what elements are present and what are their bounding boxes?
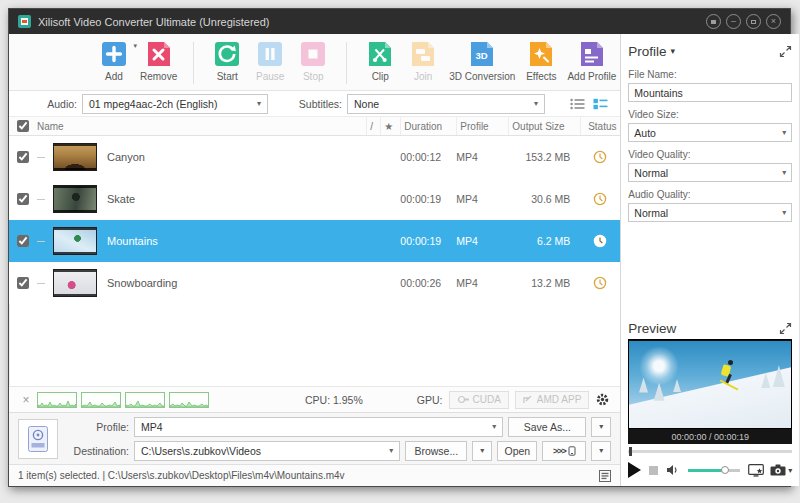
send-to-device-button[interactable]: >>> <box>542 441 586 461</box>
expand-preview-button[interactable] <box>779 322 792 335</box>
titlebar: Xilisoft Video Converter Ultimate (Unreg… <box>9 9 790 34</box>
column-header-star[interactable]: ★ <box>380 117 400 135</box>
start-button[interactable]: Start <box>210 40 244 82</box>
table-row[interactable]: Skate 00:00:19 MP4 30.6 MB <box>9 178 620 220</box>
maximize-button[interactable] <box>746 14 761 29</box>
effects-button[interactable]: Effects <box>524 40 558 82</box>
open-button[interactable]: Open <box>497 441 537 461</box>
video-file-icon <box>18 419 58 459</box>
output-size-cell: 6.2 MB <box>508 235 580 247</box>
clip-scissors-icon <box>366 40 394 68</box>
column-header-duration[interactable]: Duration <box>400 117 456 135</box>
video-quality-select[interactable]: Normal▾ <box>628 163 792 182</box>
add-profile-icon <box>578 40 606 68</box>
row-checkbox[interactable] <box>17 277 29 289</box>
expand-profile-panel-button[interactable] <box>779 45 792 58</box>
expander-icon[interactable] <box>37 157 45 158</box>
close-button[interactable]: × <box>766 14 781 29</box>
subtitles-select[interactable]: None▾ <box>347 94 545 114</box>
output-size-cell: 30.6 MB <box>508 193 580 205</box>
cpu-core-graph <box>125 392 165 408</box>
destination-select[interactable]: C:\Users\s.zubkov\Videos▾ <box>134 441 400 461</box>
save-as-button[interactable]: Save As... <box>508 417 586 437</box>
column-header-status[interactable]: Status <box>580 117 620 135</box>
browse-button[interactable]: Browse... <box>405 441 467 461</box>
gpu-label: GPU: <box>417 394 443 406</box>
column-header-name[interactable]: Name <box>37 121 366 132</box>
table-row-selected[interactable]: Mountains 00:00:19 MP4 6.2 MB <box>9 220 620 262</box>
start-icon <box>213 40 241 68</box>
chevron-down-icon: ▾ <box>383 446 393 455</box>
add-button[interactable]: ▾ Add <box>97 40 131 82</box>
pause-button[interactable]: Pause <box>253 40 287 82</box>
toolbar-separator <box>346 42 347 84</box>
log-list-button[interactable] <box>599 470 611 482</box>
join-button[interactable]: Join <box>406 40 440 82</box>
stop-playback-button[interactable] <box>649 466 658 475</box>
row-checkbox[interactable] <box>17 151 29 163</box>
list-view-button[interactable] <box>570 98 585 110</box>
3d-conversion-button[interactable]: 3D 3D Conversion <box>449 40 515 82</box>
snapshot-button[interactable]: ▾ <box>770 464 792 476</box>
profile-header-title[interactable]: Profile <box>628 44 666 59</box>
profile-cell: MP4 <box>456 277 508 289</box>
remove-icon <box>145 40 173 68</box>
row-checkbox[interactable] <box>17 193 29 205</box>
profile-cell: MP4 <box>456 151 508 163</box>
status-bar: 1 item(s) selected. | C:\Users\s.zubkov\… <box>9 464 620 486</box>
tray-button[interactable] <box>706 14 721 29</box>
send-dropdown-button[interactable]: ▾ <box>591 441 611 461</box>
volume-slider[interactable] <box>688 469 740 472</box>
video-thumbnail <box>53 143 97 171</box>
remove-button[interactable]: Remove <box>140 40 177 82</box>
expander-icon[interactable] <box>37 241 45 242</box>
seek-bar[interactable] <box>628 446 792 457</box>
save-as-dropdown-button[interactable]: ▾ <box>591 417 611 437</box>
output-panel: Profile: MP4▾ Save As... ▾ Destination: … <box>9 412 620 464</box>
volume-handle[interactable] <box>721 466 729 474</box>
tracks-bar: Audio: 01 mpeg4aac-2ch (English)▾ Subtit… <box>9 91 620 117</box>
add-dropdown-caret-icon: ▾ <box>133 42 137 50</box>
minimize-button[interactable]: – <box>726 14 741 29</box>
join-icon <box>409 40 437 68</box>
file-name-label: File Name: <box>628 69 792 80</box>
chevron-down-icon: ▾ <box>782 128 786 137</box>
settings-gear-button[interactable] <box>595 392 610 407</box>
column-header-output-size[interactable]: Output Size <box>508 117 580 135</box>
row-checkbox[interactable] <box>17 235 29 247</box>
select-all-checkbox[interactable] <box>17 120 29 132</box>
file-name-input[interactable] <box>628 83 792 102</box>
effects-wand-icon <box>527 40 555 68</box>
clip-button[interactable]: Clip <box>363 40 397 82</box>
mute-button[interactable] <box>666 464 680 476</box>
add-icon <box>100 40 128 68</box>
thumbnail-view-button[interactable] <box>593 98 608 110</box>
table-row[interactable]: Snowboarding 00:00:26 MP4 13.2 MB <box>9 262 620 304</box>
table-header: Name / ★ Duration Profile Output Size St… <box>9 117 620 136</box>
expander-icon[interactable] <box>37 283 45 284</box>
apply-to-screen-button[interactable] <box>748 464 764 477</box>
stop-button[interactable]: Stop <box>296 40 330 82</box>
gear-icon <box>595 392 610 407</box>
audio-select[interactable]: 01 mpeg4aac-2ch (English)▾ <box>82 94 268 114</box>
audio-quality-label: Audio Quality: <box>628 189 792 200</box>
list-view-icon <box>570 98 585 110</box>
cuda-button[interactable]: CUDA <box>449 391 509 409</box>
close-monitor-icon[interactable]: × <box>19 393 33 407</box>
seek-handle[interactable] <box>629 447 632 456</box>
toolbar-separator <box>193 42 194 84</box>
expander-icon[interactable] <box>37 199 45 200</box>
video-size-select[interactable]: Auto▾ <box>628 123 792 142</box>
column-header-profile[interactable]: Profile <box>456 117 508 135</box>
output-profile-select[interactable]: MP4▾ <box>134 417 503 437</box>
cuda-icon <box>457 395 469 404</box>
amd-app-button[interactable]: AMD APP <box>515 391 589 409</box>
play-button[interactable] <box>628 462 641 478</box>
cpu-core-graph <box>81 392 121 408</box>
add-profile-button[interactable]: Add Profile <box>567 40 616 82</box>
status-waiting-clock-icon <box>580 192 620 206</box>
audio-quality-select[interactable]: Normal▾ <box>628 203 792 222</box>
column-header-slash[interactable]: / <box>366 117 380 135</box>
table-row[interactable]: Canyon 00:00:12 MP4 153.2 MB <box>9 136 620 178</box>
browse-dropdown-button[interactable]: ▾ <box>472 441 492 461</box>
